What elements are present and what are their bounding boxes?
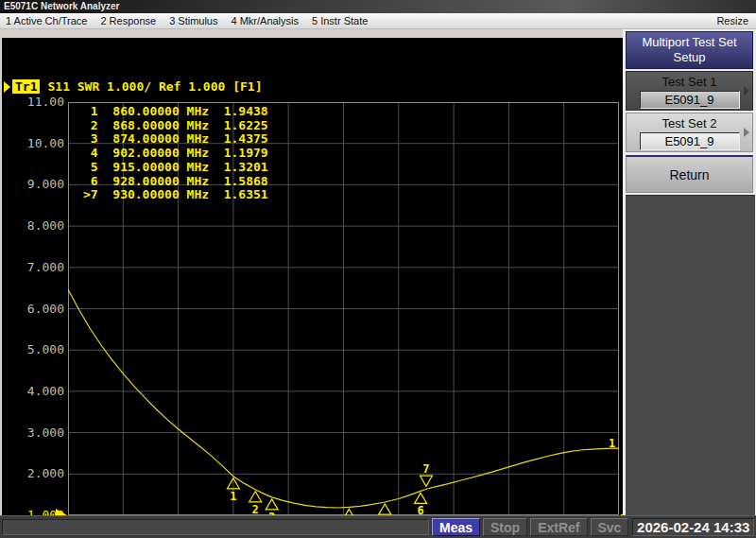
marker-readout-2: 2 868.00000 MHz 1.6225: [83, 119, 268, 132]
softkey-test-set-1-value: E5091_9: [640, 91, 740, 109]
menu-item-5[interactable]: 5 Instr State: [312, 15, 368, 26]
window-title: E5071C Network Analyzer: [4, 1, 119, 11]
trace-badge: Tr1: [12, 79, 40, 94]
menu-item-4[interactable]: 4 Mkr/Analysis: [231, 15, 299, 26]
marker-readout-3: 3 874.00000 MHz 1.4375: [83, 132, 268, 146]
menu-bar: 1 Active Ch/Trace2 Response3 Stimulus4 M…: [0, 13, 756, 29]
marker-readout-1: 1 860.00000 MHz 1.9438: [83, 105, 268, 118]
trace-params: S11 SWR 1.000/ Ref 1.000 [F1]: [47, 79, 262, 94]
status-items: MeasStopExtRefSvc: [429, 518, 628, 536]
marker-3-icon[interactable]: [266, 499, 278, 510]
marker-6-icon[interactable]: [415, 493, 427, 503]
status-stop: Stop: [483, 518, 527, 536]
marker-readout-4: 4 902.00000 MHz 1.1979: [83, 147, 268, 160]
trace-header[interactable]: Tr1 S11 SWR 1.000/ Ref 1.000 [F1]: [4, 79, 262, 94]
y-axis-label: 8.000: [6, 219, 64, 233]
menu-item-1[interactable]: 1 Active Ch/Trace: [6, 15, 87, 26]
softkey-return[interactable]: Return: [626, 155, 753, 193]
softkey-menu-title: Multiport Test Set Setup: [626, 31, 753, 69]
marker-1-number: 1: [230, 490, 236, 503]
y-axis-label: 4.000: [6, 385, 64, 398]
message-strip: [2, 519, 429, 535]
status-extref: ExtRef: [530, 518, 587, 536]
marker-readout-5: 5 915.00000 MHz 1.3201: [83, 161, 268, 174]
softkey-menu-title-line2: Setup: [674, 50, 706, 65]
marker-7-number: 7: [422, 462, 429, 476]
y-axis-label: 5.000: [6, 343, 64, 356]
active-trace-arrow-icon: [4, 81, 10, 93]
analyzer-screen: Tr1 S11 SWR 1.000/ Ref 1.000 [F1] 11.001…: [0, 29, 623, 515]
y-axis-label: 11.00: [6, 95, 64, 109]
y-axis-label: 3.000: [6, 426, 64, 440]
softkey-test-set-2-label: Test Set 2: [627, 113, 752, 130]
menu-item-3[interactable]: 3 Stimulus: [169, 15, 217, 26]
y-axis-label: 2.000: [6, 467, 64, 480]
marker-readout-6: 6 928.00000 MHz 1.5868: [83, 175, 268, 188]
marker-5-icon[interactable]: [379, 504, 391, 514]
softkey-test-set-1-label: Test Set 1: [627, 72, 752, 89]
datetime-display: 2026-02-24 14:33: [632, 518, 754, 536]
y-axis-label: 7.000: [6, 261, 64, 274]
status-svc: Svc: [591, 518, 629, 536]
marker-2-number: 2: [252, 503, 259, 516]
submenu-arrow-icon: [744, 128, 749, 137]
softkey-panel-filler: [626, 195, 755, 516]
title-bar: E5071C Network Analyzer: [0, 0, 756, 13]
softkey-test-set-2-value: E5091_9: [640, 132, 740, 150]
app-window: E5071C Network Analyzer 1 Active Ch/Trac…: [0, 0, 756, 538]
menu-item-2[interactable]: 2 Response: [100, 15, 156, 26]
softkey-test-set-1[interactable]: Test Set 1 E5091_9: [626, 71, 753, 111]
submenu-arrow-icon: [744, 86, 749, 95]
trace-number-label: 1: [609, 437, 615, 450]
y-axis-label: 9.000: [6, 178, 64, 191]
active-marker-7-icon[interactable]: [420, 476, 432, 486]
softkey-menu-title-line1: Multiport Test Set: [642, 35, 736, 50]
status-meas: Meas: [432, 518, 480, 536]
softkey-panel: Multiport Test Set Setup Test Set 1 E509…: [623, 29, 756, 515]
resize-control[interactable]: Resize: [716, 15, 748, 26]
marker-readout-7: >7 930.00000 MHz 1.6351: [83, 188, 268, 201]
y-axis-label: 6.000: [6, 303, 64, 316]
softkey-test-set-2[interactable]: Test Set 2 E5091_9: [626, 113, 753, 152]
status-bar: MeasStopExtRefSvc 2026-02-24 14:33: [0, 515, 756, 538]
softkey-return-label: Return: [669, 167, 709, 182]
y-axis-label: 10.00: [6, 137, 64, 150]
marker-2-icon[interactable]: [249, 492, 262, 502]
menu-items: 1 Active Ch/Trace2 Response3 Stimulus4 M…: [0, 15, 368, 26]
